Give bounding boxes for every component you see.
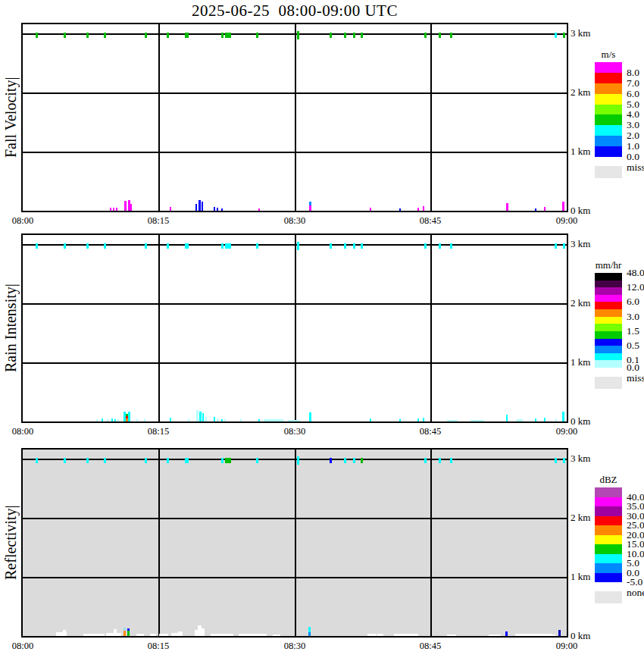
colorbar-tick-label: 1.5	[627, 325, 639, 337]
echo-mark-3km	[353, 243, 355, 249]
echo-mark-surface	[124, 201, 127, 211]
echo-mark-3km	[361, 33, 363, 38]
gridline-0815	[158, 450, 160, 636]
echo-mark-3km	[344, 243, 346, 249]
echo-mark-surface	[199, 200, 201, 211]
colorbar-block	[595, 280, 622, 288]
echo-mark-3km	[86, 458, 89, 463]
time-tick-0800: 08:00	[5, 426, 41, 437]
echo-mark-3km	[555, 243, 557, 249]
echo-mark-3km	[563, 243, 565, 249]
echo-mark-surface	[258, 208, 260, 211]
colorbar-block	[595, 544, 622, 554]
echo-mark-3km	[353, 458, 355, 463]
echo-mark-surface	[114, 629, 117, 636]
echo-mark-surface	[308, 632, 311, 636]
colorbar-block	[595, 136, 622, 146]
gridline-0830	[295, 24, 296, 211]
echo-mark-surface	[555, 419, 557, 421]
time-tick-0900: 09:00	[549, 641, 585, 652]
height-tick-3km: 3 km	[571, 453, 605, 465]
echo-mark-surface	[83, 634, 105, 636]
echo-mark-surface	[107, 419, 108, 421]
gridline-0845	[430, 450, 432, 636]
echo-mark-surface	[240, 419, 242, 421]
echo-mark-3km	[563, 458, 565, 463]
height-tick-3km: 3 km	[571, 27, 605, 39]
echo-mark-surface	[423, 206, 424, 211]
figure-title: 2025-06-25 08:00-09:00 UTC	[0, 2, 589, 20]
time-tick-0800: 08:00	[5, 641, 41, 652]
echo-mark-surface	[367, 634, 377, 636]
echo-mark-surface	[370, 418, 371, 421]
colorbar-block	[595, 287, 622, 295]
echo-mark-surface	[506, 203, 508, 211]
colorbar-block	[595, 83, 622, 94]
echo-mark-surface	[377, 634, 383, 636]
colorbar-block	[595, 125, 622, 136]
echo-mark-surface	[202, 202, 203, 211]
echo-mark-surface	[544, 418, 546, 421]
colorbar-block	[595, 563, 622, 573]
echo-mark-3km	[145, 458, 147, 463]
colorbar-block	[595, 339, 622, 346]
gridline-0830	[295, 235, 296, 421]
echo-mark-surface	[178, 631, 183, 636]
echo-mark-surface	[417, 208, 419, 211]
colorbar-block	[595, 573, 622, 583]
echo-mark-surface	[217, 418, 218, 421]
echo-mark-surface	[423, 418, 424, 421]
echo-mark-surface	[188, 419, 189, 421]
colorbar-block	[595, 324, 622, 331]
echo-mark-3km	[361, 243, 363, 249]
echo-mark-3km	[330, 33, 332, 38]
echo-mark-surface	[252, 634, 267, 636]
echo-mark-3km	[361, 458, 363, 463]
echo-mark-surface	[113, 208, 114, 211]
colorbar-block	[595, 302, 622, 309]
echo-mark-3km	[450, 458, 452, 463]
echo-mark-3km	[221, 33, 224, 38]
echo-mark-3km	[297, 242, 299, 250]
echo-mark-3km	[86, 33, 89, 38]
echo-mark-surface	[224, 419, 226, 421]
echo-mark-3km	[167, 33, 169, 38]
colorbar-block	[595, 273, 622, 280]
echo-mark-surface	[517, 419, 523, 421]
colorbar-block	[595, 94, 622, 105]
echo-mark-surface	[258, 419, 260, 421]
echo-mark-surface	[558, 630, 561, 636]
echo-mark-3km	[64, 243, 66, 249]
echo-mark-3km	[145, 33, 147, 38]
time-tick-0845: 08:45	[412, 426, 449, 437]
echo-mark-surface	[217, 208, 218, 211]
colorbar-block	[595, 353, 622, 361]
echo-mark-surface	[489, 634, 501, 636]
echo-mark-surface	[399, 208, 401, 211]
echo-mark-3km	[256, 33, 258, 38]
echo-mark-surface	[470, 420, 484, 421]
colorbar-missing-swatch	[595, 591, 622, 603]
echo-mark-3km	[555, 458, 557, 463]
echo-mark-3km	[563, 33, 565, 38]
echo-mark-3km	[424, 458, 427, 463]
echo-mark-surface	[144, 419, 145, 421]
time-tick-0815: 08:15	[140, 215, 177, 227]
echo-mark-surface	[214, 207, 215, 211]
colorbar-missing-label: none	[627, 587, 644, 599]
colorbar-block	[595, 317, 622, 324]
echo-mark-3km	[439, 458, 441, 463]
echo-mark-surface	[116, 208, 117, 211]
echo-mark-surface	[170, 207, 171, 211]
echo-mark-surface	[214, 417, 215, 421]
echo-mark-surface	[549, 634, 555, 636]
echo-mark-surface	[506, 415, 508, 421]
colorbar-block	[595, 506, 622, 516]
colorbar-block	[595, 62, 622, 73]
echo-mark-surface	[111, 418, 113, 421]
echo-mark-3km	[297, 456, 299, 465]
echo-mark-3km	[167, 458, 169, 463]
echo-mark-surface	[170, 418, 171, 421]
colorbar-block	[595, 114, 622, 125]
gridline-0845	[430, 24, 432, 211]
